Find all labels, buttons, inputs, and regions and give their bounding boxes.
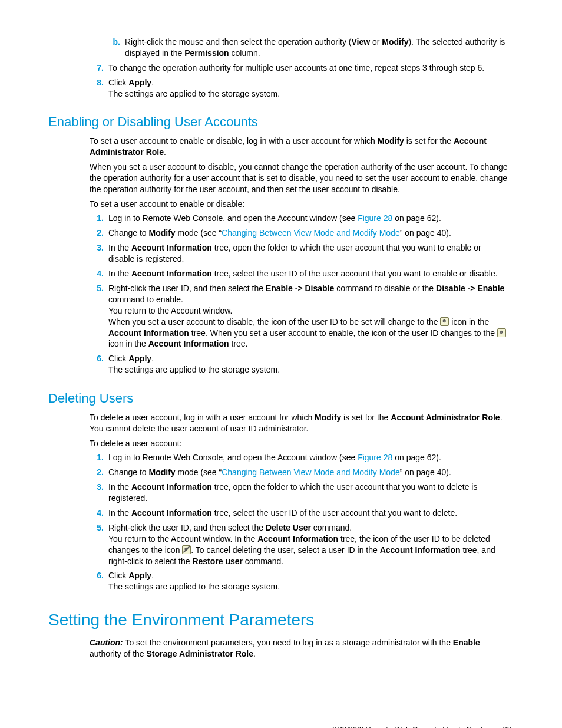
list-item: 1. Log in to Remote Web Console, and ope… (90, 213, 508, 224)
text: In the Account Information tree, open th… (108, 243, 481, 263)
heading-enable-disable: Enabling or Disabling User Accounts (48, 113, 514, 131)
list-item: 6. Click Apply. The settings are applied… (90, 570, 508, 592)
list-item: 4. In the Account Information tree, sele… (90, 508, 508, 519)
para: To set a user account to enable or disab… (90, 136, 508, 158)
chapter-env-body: Caution: To set the environment paramete… (90, 637, 508, 660)
list-item: 1. Log in to Remote Web Console, and ope… (90, 452, 508, 463)
top-continuation: b. Right-click the mouse and then select… (90, 37, 508, 99)
marker-7: 7. (90, 62, 104, 74)
text: Right-click the user ID, and then select… (108, 284, 506, 348)
heading-deleting-users: Deleting Users (48, 390, 514, 407)
heading-env-params: Setting the Environment Parameters (48, 609, 514, 631)
list-item: 2. Change to Modify mode (see “Changing … (90, 467, 508, 478)
text: In the Account Information tree, select … (108, 508, 457, 518)
link-changing-mode[interactable]: Changing Between View Mode and Modify Mo… (222, 467, 399, 477)
page-number: 89 (503, 724, 511, 728)
caution-label: Caution: (90, 638, 123, 647)
list-item-8: 8. Click Apply. The settings are applied… (90, 77, 508, 100)
link-figure-28[interactable]: Figure 28 (358, 453, 392, 462)
link-figure-28[interactable]: Figure 28 (358, 213, 392, 223)
list-item: 5. Right-click the user ID, and then sel… (90, 522, 508, 567)
user-disabled-icon (440, 317, 449, 326)
para: To delete a user account: (90, 438, 508, 449)
marker-8: 8. (90, 77, 104, 88)
footer-guide: XP24000 Remote Web Console User's Guide (332, 725, 487, 728)
marker-b: b. (106, 37, 120, 48)
text: Right-click the user ID, and then select… (108, 523, 495, 566)
list-item-b: b. Right-click the mouse and then select… (106, 37, 508, 59)
link-changing-mode[interactable]: Changing Between View Mode and Modify Mo… (222, 228, 399, 238)
text: Change to Modify mode (see “Changing Bet… (108, 467, 451, 477)
para-caution: Caution: To set the environment paramete… (90, 637, 508, 660)
text: To change the operation authority for mu… (108, 63, 484, 73)
para: When you set a user account to disable, … (90, 162, 508, 195)
para: To set a user account to enable or disab… (90, 199, 508, 210)
para: To delete a user account, log in with a … (90, 412, 508, 434)
text: Change to Modify mode (see “Changing Bet… (108, 228, 451, 238)
list-item: 4. In the Account Information tree, sele… (90, 268, 508, 279)
list-item: 2. Change to Modify mode (see “Changing … (90, 228, 508, 239)
user-deleted-icon (182, 545, 191, 554)
text: Click Apply. The settings are applied to… (108, 354, 280, 374)
section-enable-disable-body: To set a user account to enable or disab… (90, 136, 508, 375)
list-item: 5. Right-click the user ID, and then sel… (90, 283, 508, 350)
page-footer: XP24000 Remote Web Console User's Guide … (48, 724, 514, 728)
list-item-7: 7. To change the operation authority for… (90, 62, 508, 74)
section-deleting-users-body: To delete a user account, log in with a … (90, 412, 508, 592)
text: Click Apply. The settings are applied to… (108, 78, 280, 98)
text: Click Apply. The settings are applied to… (108, 571, 280, 591)
text: In the Account Information tree, select … (108, 269, 498, 278)
list-item: 3. In the Account Information tree, open… (90, 242, 508, 265)
text: Log in to Remote Web Console, and open t… (108, 453, 441, 462)
list-item: 3. In the Account Information tree, open… (90, 482, 508, 504)
text: Log in to Remote Web Console, and open t… (108, 213, 441, 223)
text: Right-click the mouse and then select th… (125, 37, 505, 58)
user-enabled-icon (497, 328, 506, 337)
text: In the Account Information tree, open th… (108, 482, 477, 503)
list-item: 6. Click Apply. The settings are applied… (90, 353, 508, 375)
